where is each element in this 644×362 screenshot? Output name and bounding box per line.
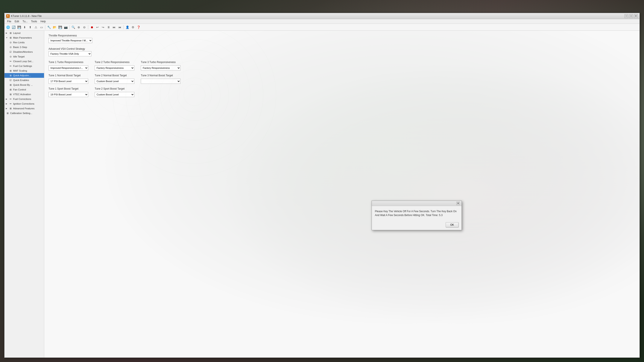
sidebar-item-ignition[interactable]: ▶ ✏ Ignition Corrections [4,101,44,106]
tune1-boost-label: Tune 1 Normal Boost Target [48,74,88,77]
sidebar-item-maf-scaling[interactable]: ⊞ MAF Scaling [4,68,44,73]
expand-icon: ▶ [6,32,8,34]
toolbar-btn-user[interactable]: 👤 [125,25,130,30]
sidebar-label-layout: Layout [13,32,20,34]
tune2-sport-group: Tune 2 Sport Boost Target Custom Boost L… [95,87,134,97]
main-content: ▶ ⊞ Layout ▼ ⊞ Main Parameters ⊙ Rev Lim… [4,31,312,176]
toolbar-btn-zoom[interactable]: 🔍 [71,25,76,30]
menu-file[interactable]: File [5,19,13,23]
sidebar-item-disables-monitors[interactable]: ☑ Disables/Monitors [4,49,44,54]
layout-icon: ⊞ [9,31,12,35]
sidebar-item-layout[interactable]: ▶ ⊞ Layout [4,31,44,35]
toolbar-btn-help[interactable]: ❓ [136,25,141,30]
toolbar-btn-window[interactable]: ▭ [39,25,44,30]
toolbar-btn-warning[interactable]: ⚠ [33,25,38,30]
sidebar-item-rev-limits[interactable]: ⊙ Rev Limits [4,40,44,45]
turbo-row: Tune 1 Turbo Responsiveness Improved Res… [48,61,312,70]
menu-edit[interactable]: Edit [13,19,21,23]
throttle-select[interactable]: Improved Throttle Response I M... [48,38,92,43]
sidebar-item-vtec[interactable]: ⊞ VTEC Activation [4,92,44,97]
sidebar-label-maf: MAF Scaling [13,69,27,72]
quick-enables-icon: ☑ [9,78,12,82]
sidebar-label-vtec: VTEC Activation [13,93,31,96]
sidebar-label-quick-boost: Quick Boost By ... [13,84,33,86]
maf-icon: ⊞ [9,69,12,72]
toolbar-btn-zoom-in[interactable]: ⊕ [76,25,81,30]
sidebar-item-idle-target[interactable]: ⊙ Idle Target [4,54,44,59]
tune2-turbo-select[interactable]: Factory Responsiveness [95,65,134,70]
toolbar-btn-download[interactable]: ⬇ [22,25,27,30]
sidebar-item-main-params[interactable]: ▼ ⊞ Main Parameters [4,35,44,40]
toolbar-btn-save2[interactable]: 💾 [58,25,63,30]
toolbar: 🌐 🔄 💾 ⬇ ⬆ ⚠ ▭ 🔧 📂 💾 📷 🔍 ⊕ ⊖ ⏺ ↩ ↪ ⏸ ⏭ ⏮ … [4,24,312,31]
app-icon: K [6,14,10,18]
title-bar-left: K KTuner 1.0.11.8 - New File [6,14,42,18]
sidebar-item-quick-adjust[interactable]: ⊞ Quick Adjustm... [4,73,44,78]
tune2-boost-group: Tune 2 Normal Boost Target Custom Boost … [95,74,134,84]
tune3-turbo-select[interactable]: Factory Responsiveness [141,65,180,70]
toolbar-btn-settings[interactable]: ⚙ [130,25,136,30]
fan-icon: ⊞ [9,88,12,91]
tune1-sport-select[interactable]: 19 PSI Boost Level [48,92,88,97]
sidebar: ▶ ⊞ Layout ▼ ⊞ Main Parameters ⊙ Rev Lim… [4,31,44,176]
toolbar-btn-upload[interactable]: ⬆ [28,25,33,30]
toolbar-btn-save[interactable]: 💾 [16,25,22,30]
main-window: K KTuner 1.0.11.8 - New File ─ □ ✕ File … [4,13,312,176]
sidebar-item-fuel-cut[interactable]: ✏ Fuel Cut Settings [4,64,44,68]
sidebar-label-main-params: Main Parameters [13,36,32,39]
toolbar-btn-folder[interactable]: 📂 [52,25,57,30]
sidebar-label-calibration: Calibration Setting... [10,112,32,114]
toolbar-sep-4 [124,25,124,29]
sidebar-label-quick-adjust: Quick Adjustm... [13,74,31,77]
menu-tools[interactable]: Tools [30,19,39,23]
ignition-icon: ✏ [9,102,12,105]
tune2-sport-select[interactable]: Custom Boost Level [95,92,134,97]
tune1-boost-group: Tune 1 Normal Boost Target 17 PSI Boost … [48,74,88,84]
sidebar-label-fuel-corrections: Fuel Corrections [13,98,31,100]
sidebar-label-fuel-cut: Fuel Cut Settings [13,65,32,67]
toolbar-btn-globe[interactable]: 🌐 [5,25,10,30]
toolbar-btn-forward[interactable]: ⏭ [112,25,117,30]
main-params-icon: ⊞ [9,36,12,39]
sidebar-label-disables: Disables/Monitors [13,51,33,53]
menu-help[interactable]: Help [39,19,48,23]
tune1-sport-group: Tune 1 Sport Boost Target 19 PSI Boost L… [48,87,88,97]
vsa-select[interactable]: Factory Throttle VSA Only [48,51,92,56]
app-title: KTuner 1.0.11.8 - New File [11,14,42,17]
sidebar-label-quick-enables: Quick Enables [13,79,29,81]
toolbar-btn-zoom-out[interactable]: ⊖ [82,25,87,30]
sidebar-item-basic-2step[interactable]: ⊙ Basic 2-Step [4,45,44,49]
toolbar-btn-refresh[interactable]: 🔄 [11,25,16,30]
toolbar-btn-camera[interactable]: 📷 [63,25,68,30]
toolbar-btn-wrench[interactable]: 🔧 [46,25,52,30]
advanced-icon: ⊞ [9,107,12,110]
sidebar-item-quick-enables[interactable]: ☑ Quick Enables [4,78,44,83]
sidebar-item-fan-control[interactable]: ⊞ Fan Control [4,87,44,92]
throttle-label: Throttle Responsiveness [48,34,312,37]
idle-icon: ⊙ [9,55,12,58]
sidebar-item-calibration[interactable]: ⊞ Calibration Setting... [4,111,44,116]
tune1-boost-select[interactable]: 17 PSI Boost Level [48,79,88,84]
sidebar-item-advanced[interactable]: ▶ ⊞ Advanced Features [4,106,44,111]
toolbar-btn-redo[interactable]: ↪ [100,25,106,30]
sidebar-label-closed-loop: Closed Loop Set... [13,60,34,63]
sidebar-item-closed-loop[interactable]: ✏ Closed Loop Set... [4,59,44,64]
tune3-turbo-label: Tune 3 Turbo Responsiveness [141,61,180,64]
sidebar-label-idle: Idle Target [13,55,25,58]
vsa-label: Advanced VSA Control Strategy [48,47,312,50]
tune3-boost-select[interactable] [141,79,180,84]
sport-row: Tune 1 Sport Boost Target 19 PSI Boost L… [48,87,312,97]
toolbar-btn-pause[interactable]: ⏸ [106,25,111,30]
tune1-turbo-label: Tune 1 Turbo Responsiveness [48,61,88,64]
tune1-turbo-select[interactable]: Improved Responsiveness I... [48,65,88,70]
toolbar-btn-back[interactable]: ⏮ [117,25,122,30]
toolbar-btn-record[interactable]: ⏺ [89,25,94,30]
sidebar-item-fuel-corrections[interactable]: ▶ ✏ Fuel Corrections [4,97,44,101]
disables-icon: ☑ [9,50,12,54]
title-bar: K KTuner 1.0.11.8 - New File ─ □ ✕ [4,13,312,19]
sidebar-item-quick-boost[interactable]: ⊞ Quick Boost By ... [4,83,44,87]
tune2-boost-select[interactable]: Custom Boost Level [95,79,134,84]
menu-tu[interactable]: Tu... [21,19,30,23]
toolbar-btn-undo[interactable]: ↩ [95,25,100,30]
tune2-sport-label: Tune 2 Sport Boost Target [95,87,134,90]
